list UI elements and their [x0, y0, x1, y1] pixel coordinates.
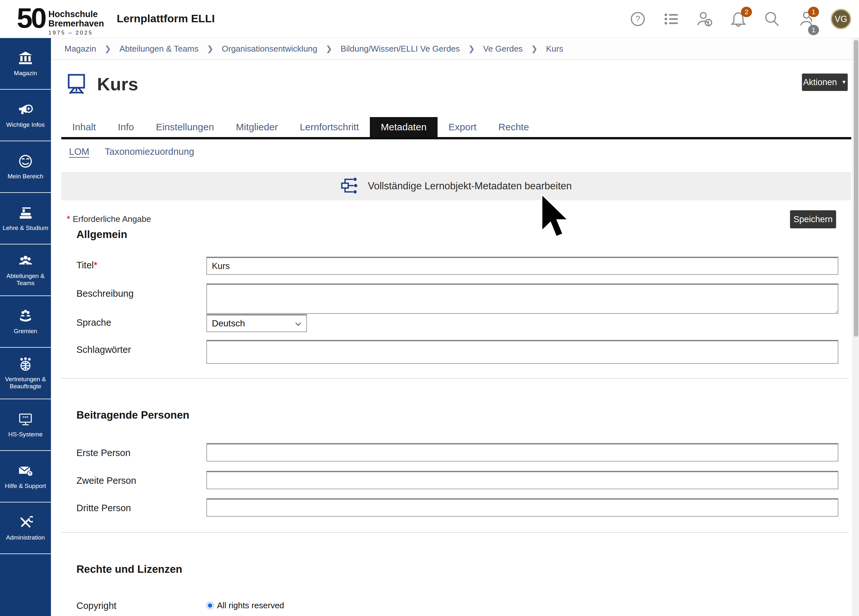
sidebar-label: Administration: [5, 534, 46, 541]
section-heading-allgemein: Allgemein: [77, 228, 127, 241]
breadcrumb-item[interactable]: Ve Gerdes: [483, 44, 523, 54]
tab-mitglieder[interactable]: Mitglieder: [225, 117, 289, 137]
breadcrumb-item[interactable]: Organisationsentwicklung: [222, 44, 317, 54]
help-icon[interactable]: ?: [629, 11, 646, 27]
sidebar-item-lehre-studium[interactable]: Lehre & Studium: [0, 193, 51, 244]
svg-text:***: ***: [23, 415, 29, 421]
sidebar-item-abteilungen-teams[interactable]: Abteilungen & Teams: [0, 244, 51, 296]
sidebar-item-gremien[interactable]: Gremien: [0, 296, 51, 348]
section-divider: [61, 532, 849, 533]
notifications-bell-icon[interactable]: 2: [730, 11, 747, 27]
copyright-radio-row: All rights reserved: [206, 600, 284, 611]
copyright-option-label: All rights reserved: [217, 600, 284, 611]
smiley-icon: [18, 154, 33, 170]
tab-export[interactable]: Export: [437, 117, 487, 137]
section-divider: [61, 378, 849, 378]
sprache-select[interactable]: Deutsch: [206, 314, 307, 332]
awareness-user-icon[interactable]: [697, 11, 713, 27]
copyright-label: Copyright: [77, 600, 116, 611]
subtab-lom[interactable]: LOM: [69, 146, 89, 157]
breadcrumb-item[interactable]: Bildung/Wissen/ELLI Ve Gerdes: [340, 44, 460, 54]
sidebar-item-mein-bereich[interactable]: Mein Bereich: [0, 141, 51, 193]
sidebar-item-administration[interactable]: Administration: [0, 502, 51, 554]
section-heading-rechte: Rechte und Lizenzen: [77, 563, 182, 575]
tab-inhalt[interactable]: Inhalt: [61, 117, 107, 137]
svg-text:?: ?: [635, 14, 640, 24]
schlagwoerter-label: Schlagwörter: [77, 344, 131, 355]
sidebar-label: Vertretungen & Beauftragte: [0, 376, 51, 390]
contacts-badge-secondary: 1: [808, 25, 819, 35]
breadcrumb-item[interactable]: Kurs: [546, 44, 563, 54]
sidebar-label: Hilfe & Support: [3, 483, 47, 489]
breadcrumb: Magazin ❯ Abteilungen & Teams ❯ Organisa…: [51, 38, 853, 60]
main-sidebar: Magazin Wichtige Infos Mein Bereich Lehr…: [0, 38, 51, 616]
subtab-taxonomiezuordnung[interactable]: Taxonomiezuordnung: [105, 146, 194, 157]
beschreibung-textarea[interactable]: [206, 283, 839, 314]
sidebar-item-magazin[interactable]: Magazin: [0, 38, 51, 90]
tab-rechte[interactable]: Rechte: [487, 117, 540, 137]
logo-text: Hochschule Bremerhaven 1975 – 2025: [48, 10, 104, 36]
search-icon[interactable]: [764, 11, 780, 27]
logo-line1: Hochschule: [48, 10, 104, 19]
tab-metadaten[interactable]: Metadaten: [370, 117, 437, 137]
list-menu-icon[interactable]: [663, 11, 680, 27]
edit-full-metadata-banner[interactable]: Vollständige Lernobjekt-Metadaten bearbe…: [61, 172, 851, 200]
mail-help-icon: ?: [18, 463, 33, 480]
scrollbar-track[interactable]: [853, 38, 859, 616]
header-icons: ? 2 1 1 VG: [629, 0, 851, 38]
svg-text:?: ?: [29, 471, 31, 476]
sidebar-label: Abteilungen & Teams: [0, 272, 51, 287]
sidebar-item-hs-systeme[interactable]: *** HS-Systeme: [0, 399, 51, 451]
sidebar-label: HS-Systeme: [7, 431, 44, 438]
tab-lernfortschritt[interactable]: Lernfortschritt: [289, 117, 370, 137]
tab-underline: [61, 137, 851, 139]
actions-button[interactable]: Aktionen ▼: [802, 73, 848, 91]
required-star: *: [67, 214, 70, 224]
sidebar-item-hilfe-support[interactable]: ? Hilfe & Support: [0, 451, 51, 502]
top-header: 50 Hochschule Bremerhaven 1975 – 2025 Le…: [0, 0, 859, 38]
erste-person-input[interactable]: [206, 443, 839, 461]
globe-people-icon: [18, 357, 33, 373]
breadcrumb-separator-icon: ❯: [468, 44, 475, 53]
dritte-person-input[interactable]: [206, 498, 839, 517]
save-button[interactable]: Speichern: [790, 210, 836, 228]
breadcrumb-item[interactable]: Abteilungen & Teams: [119, 44, 198, 54]
chevron-down-icon: ▼: [842, 80, 847, 85]
contacts-icon[interactable]: 1 1: [797, 11, 814, 27]
sprache-label: Sprache: [77, 317, 111, 328]
sidebar-label: Lehre & Studium: [1, 225, 50, 231]
breadcrumb-separator-icon: ❯: [326, 44, 332, 53]
books-icon: [18, 205, 33, 222]
university-logo[interactable]: 50 Hochschule Bremerhaven 1975 – 2025: [17, 3, 104, 36]
section-heading-beitragende: Beitragende Personen: [77, 409, 189, 421]
beschreibung-label: Beschreibung: [77, 288, 133, 299]
dritte-person-label: Dritte Person: [77, 503, 131, 513]
breadcrumb-item[interactable]: Magazin: [64, 44, 96, 54]
titel-label-text: Titel: [77, 260, 94, 270]
titel-input[interactable]: [206, 257, 839, 275]
schlagwoerter-input[interactable]: [206, 340, 839, 364]
sprache-selected-value: Deutsch: [212, 318, 245, 328]
user-avatar[interactable]: VG: [831, 9, 851, 29]
megaphone-icon: [18, 102, 33, 118]
sidebar-label: Gremien: [12, 328, 39, 335]
bank-icon: [18, 51, 33, 67]
contacts-badge: 1: [808, 7, 819, 17]
scrollbar-thumb[interactable]: [854, 40, 858, 337]
zweite-person-input[interactable]: [206, 471, 839, 489]
zweite-person-label: Zweite Person: [77, 475, 136, 486]
sidebar-item-wichtige-infos[interactable]: Wichtige Infos: [0, 90, 51, 141]
banner-label: Vollständige Lernobjekt-Metadaten bearbe…: [368, 180, 572, 192]
logo-line2: Bremerhaven: [48, 19, 104, 28]
metadata-tree-icon: [341, 177, 359, 196]
sidebar-label: Magazin: [12, 70, 38, 77]
app-root: 50 Hochschule Bremerhaven 1975 – 2025 Le…: [0, 0, 859, 616]
sidebar-label: Wichtige Infos: [5, 121, 46, 128]
required-note-text: Erforderliche Angabe: [73, 214, 151, 224]
tab-einstellungen[interactable]: Einstellungen: [145, 117, 225, 137]
sidebar-item-vertretungen[interactable]: Vertretungen & Beauftragte: [0, 348, 51, 399]
page-title-app: Lernplattform ELLI: [117, 12, 215, 25]
breadcrumb-separator-icon: ❯: [207, 44, 214, 53]
copyright-radio[interactable]: [206, 602, 214, 609]
tab-info[interactable]: Info: [107, 117, 145, 137]
